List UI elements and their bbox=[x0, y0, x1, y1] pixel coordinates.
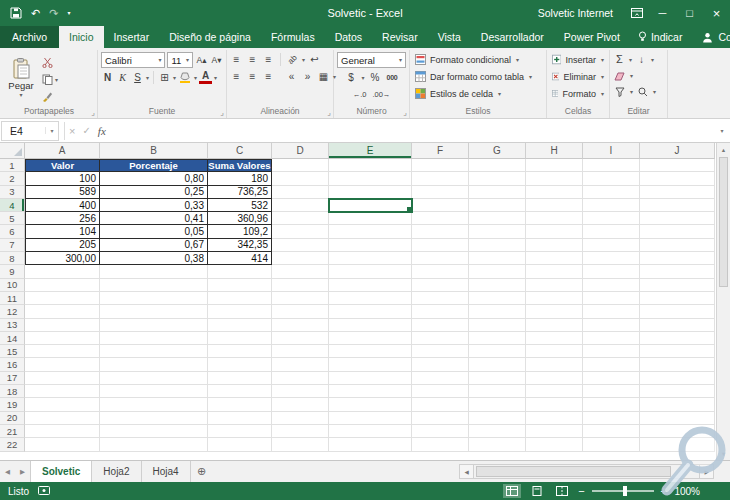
cell-F8[interactable] bbox=[412, 252, 469, 265]
cell-H3[interactable] bbox=[526, 186, 583, 199]
cell-F21[interactable] bbox=[412, 425, 469, 438]
cell-E9[interactable] bbox=[329, 265, 412, 278]
row-header-6[interactable]: 6 bbox=[0, 225, 25, 238]
cell-H19[interactable] bbox=[526, 398, 583, 411]
underline-button[interactable]: S bbox=[131, 70, 144, 85]
cell-I11[interactable] bbox=[583, 292, 640, 305]
cell-G20[interactable] bbox=[469, 412, 526, 425]
cell-H2[interactable] bbox=[526, 172, 583, 185]
cell-E13[interactable] bbox=[329, 319, 412, 332]
maximize-button[interactable]: □ bbox=[676, 0, 703, 26]
cell-A3[interactable]: 589 bbox=[25, 186, 100, 199]
cell-F17[interactable] bbox=[412, 372, 469, 385]
zoom-slider[interactable] bbox=[592, 490, 654, 492]
cell-J9[interactable] bbox=[640, 265, 715, 278]
tab-archivo[interactable]: Archivo bbox=[0, 26, 59, 48]
cell-G9[interactable] bbox=[469, 265, 526, 278]
conditional-formatting-button[interactable]: Formato condicional ▾ bbox=[413, 52, 543, 67]
orientation-button[interactable]: ab bbox=[283, 50, 303, 70]
cell-A2[interactable]: 100 bbox=[25, 172, 100, 185]
cell-C5[interactable]: 360,96 bbox=[208, 212, 272, 225]
cell-H21[interactable] bbox=[526, 425, 583, 438]
cell-E2[interactable] bbox=[329, 172, 412, 185]
cell-D6[interactable] bbox=[272, 225, 329, 238]
merge-center-button[interactable]: ▦ bbox=[317, 69, 330, 84]
row-header-5[interactable]: 5 bbox=[0, 212, 25, 225]
scroll-right-icon[interactable]: ▶ bbox=[699, 464, 714, 479]
format-as-table-button[interactable]: Dar formato como tabla ▾ bbox=[413, 69, 543, 84]
cell-A12[interactable] bbox=[25, 305, 100, 318]
cell-A15[interactable] bbox=[25, 345, 100, 358]
cut-button[interactable] bbox=[40, 56, 54, 70]
cell-J8[interactable] bbox=[640, 252, 715, 265]
cell-I9[interactable] bbox=[583, 265, 640, 278]
cell-E18[interactable] bbox=[329, 385, 412, 398]
cell-F16[interactable] bbox=[412, 358, 469, 371]
cell-C8[interactable]: 414 bbox=[208, 252, 272, 265]
cell-A18[interactable] bbox=[25, 385, 100, 398]
cell-J11[interactable] bbox=[640, 292, 715, 305]
cell-H12[interactable] bbox=[526, 305, 583, 318]
cell-C6[interactable]: 109,2 bbox=[208, 225, 272, 238]
dialog-launcher-icon[interactable]: ⌟ bbox=[220, 109, 224, 117]
cell-J19[interactable] bbox=[640, 398, 715, 411]
tab-revisar[interactable]: Revisar bbox=[372, 26, 428, 48]
cell-B15[interactable] bbox=[100, 345, 208, 358]
cell-D14[interactable] bbox=[272, 332, 329, 345]
sheet-tab-hoja4[interactable]: Hoja4 bbox=[142, 461, 191, 482]
cell-A16[interactable] bbox=[25, 358, 100, 371]
cell-D2[interactable] bbox=[272, 172, 329, 185]
row-header-13[interactable]: 13 bbox=[0, 319, 25, 332]
cell-E8[interactable] bbox=[329, 252, 412, 265]
currency-format-button[interactable]: $ bbox=[344, 70, 357, 85]
cell-F5[interactable] bbox=[412, 212, 469, 225]
align-center-button[interactable]: ≡ bbox=[246, 69, 259, 84]
cell-B18[interactable] bbox=[100, 385, 208, 398]
cell-H15[interactable] bbox=[526, 345, 583, 358]
macro-record-button[interactable] bbox=[38, 486, 50, 497]
cell-D10[interactable] bbox=[272, 279, 329, 292]
cell-F22[interactable] bbox=[412, 438, 469, 451]
paste-button[interactable]: Pegar ▾ bbox=[4, 52, 38, 104]
close-button[interactable]: × bbox=[703, 0, 730, 26]
cell-I8[interactable] bbox=[583, 252, 640, 265]
cell-F13[interactable] bbox=[412, 319, 469, 332]
cell-G6[interactable] bbox=[469, 225, 526, 238]
cell-E7[interactable] bbox=[329, 239, 412, 252]
cell-D22[interactable] bbox=[272, 438, 329, 451]
cell-A10[interactable] bbox=[25, 279, 100, 292]
cell-D9[interactable] bbox=[272, 265, 329, 278]
decrease-indent-button[interactable]: « bbox=[285, 69, 298, 84]
ribbon-display-options-button[interactable] bbox=[625, 8, 649, 18]
cell-I20[interactable] bbox=[583, 412, 640, 425]
cell-A6[interactable]: 104 bbox=[25, 225, 100, 238]
cell-E17[interactable] bbox=[329, 372, 412, 385]
insert-function-button[interactable]: fx bbox=[98, 125, 106, 137]
sheet-tab-solvetic[interactable]: Solvetic bbox=[30, 461, 92, 482]
cell-B9[interactable] bbox=[100, 265, 208, 278]
cell-B20[interactable] bbox=[100, 412, 208, 425]
select-all-button[interactable] bbox=[0, 143, 25, 159]
cell-H14[interactable] bbox=[526, 332, 583, 345]
cell-J17[interactable] bbox=[640, 372, 715, 385]
cell-J18[interactable] bbox=[640, 385, 715, 398]
horizontal-scrollbar[interactable]: ◀ ▶ bbox=[459, 461, 730, 482]
cell-B10[interactable] bbox=[100, 279, 208, 292]
cell-G13[interactable] bbox=[469, 319, 526, 332]
tab-datos[interactable]: Datos bbox=[325, 26, 372, 48]
cell-B4[interactable]: 0,33 bbox=[100, 199, 208, 212]
row-header-10[interactable]: 10 bbox=[0, 279, 25, 292]
cell-F9[interactable] bbox=[412, 265, 469, 278]
cell-H9[interactable] bbox=[526, 265, 583, 278]
cell-F18[interactable] bbox=[412, 385, 469, 398]
cell-F12[interactable] bbox=[412, 305, 469, 318]
cell-C18[interactable] bbox=[208, 385, 272, 398]
cell-B8[interactable]: 0,38 bbox=[100, 252, 208, 265]
cell-A4[interactable]: 400 bbox=[25, 199, 100, 212]
name-box[interactable]: E4 ▾ bbox=[1, 121, 59, 141]
row-header-19[interactable]: 19 bbox=[0, 398, 25, 411]
tab-f-rmulas[interactable]: Fórmulas bbox=[261, 26, 325, 48]
vertical-scrollbar[interactable]: ▲ ▼ bbox=[716, 143, 730, 460]
cell-H17[interactable] bbox=[526, 372, 583, 385]
align-left-button[interactable]: ≡ bbox=[230, 69, 243, 84]
